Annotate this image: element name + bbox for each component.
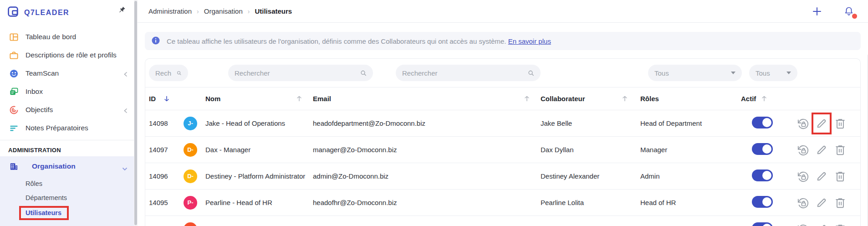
- sort-asc-icon[interactable]: [524, 96, 530, 102]
- sidebar-item-label: Notes Préparatoires: [26, 124, 88, 132]
- user-role: Head of HR: [638, 199, 741, 206]
- active-toggle[interactable]: [752, 196, 773, 208]
- breadcrumb-organisation[interactable]: Organisation: [204, 7, 243, 15]
- search-icon: [360, 70, 367, 77]
- edit-button[interactable]: [815, 223, 828, 226]
- sidebar-item-teamscan[interactable]: TeamScan: [0, 64, 138, 82]
- sort-asc-icon[interactable]: [622, 96, 628, 102]
- sidebar-item-tableau-de-bord[interactable]: Tableau de bord: [0, 28, 138, 46]
- sidebar-item-roles[interactable]: Rôles: [0, 176, 138, 190]
- pencil-icon: [815, 144, 828, 156]
- reset-password-button[interactable]: [797, 144, 809, 156]
- delete-button[interactable]: [834, 196, 847, 209]
- notifications-button[interactable]: [843, 6, 854, 17]
- table-row: 14098 J- Jake - Head of Operations heado…: [145, 110, 860, 136]
- sidebar-menu: Tableau de bord Descriptions de rôle et …: [0, 23, 138, 137]
- table-row: 14095P- Pearline - Head of HR headofhr@Z…: [145, 189, 860, 216]
- sort-asc-icon[interactable]: [296, 96, 302, 102]
- delete-button[interactable]: [834, 223, 847, 226]
- sidebar-section-administration: ADMINISTRATION: [0, 140, 138, 156]
- name-search-pill[interactable]: [228, 65, 373, 81]
- sidebar-item-notes-preparatoires[interactable]: Notes Préparatoires: [0, 119, 138, 137]
- sidebar-item-collaborateurs[interactable]: Collaborateurs: [0, 221, 138, 226]
- avatar: D-: [184, 143, 197, 157]
- trash-icon: [834, 117, 847, 130]
- chevron-left-icon: [124, 71, 128, 79]
- user-role: Admin: [638, 172, 741, 180]
- add-button[interactable]: [812, 7, 822, 16]
- sidebar-item-inbox[interactable]: Inbox: [0, 82, 138, 101]
- pencil-icon: [815, 170, 828, 183]
- edit-button[interactable]: [815, 170, 828, 183]
- breadcrumb-separator: ›: [248, 8, 250, 15]
- building-icon: [8, 162, 19, 171]
- sidebar-scrollbar-thumb[interactable]: [134, 1, 137, 225]
- sidebar-item-objectifs[interactable]: Objectifs: [0, 101, 138, 119]
- active-toggle[interactable]: [752, 222, 773, 226]
- user-email: admin@Zo-Dmoconn.biz: [313, 172, 541, 180]
- edit-button[interactable]: [815, 196, 828, 209]
- sort-desc-icon[interactable]: [164, 96, 169, 102]
- caret-down-icon: [731, 72, 735, 74]
- delete-button[interactable]: [834, 117, 847, 130]
- pin-sidebar-icon[interactable]: [118, 6, 126, 15]
- name-search-input[interactable]: [235, 69, 360, 77]
- reset-password-button[interactable]: [797, 223, 809, 226]
- sidebar-scrollbar[interactable]: [134, 0, 138, 226]
- column-header-roles[interactable]: Rôles: [638, 95, 741, 103]
- user-id: 14096: [149, 172, 175, 180]
- column-header-collaborateur[interactable]: Collaborateur: [541, 95, 638, 103]
- email-search-pill[interactable]: [396, 65, 541, 81]
- column-header-actif[interactable]: Actif: [741, 95, 786, 103]
- trash-icon: [834, 196, 847, 209]
- delete-button[interactable]: [834, 170, 847, 183]
- column-header-id[interactable]: ID: [149, 95, 204, 103]
- teamscan-icon: [8, 69, 19, 78]
- reset-password-icon: [797, 196, 809, 209]
- briefcase-icon: [8, 51, 19, 60]
- topbar-actions: [812, 6, 854, 17]
- breadcrumb-administration[interactable]: Administration: [148, 7, 192, 15]
- sidebar-item-departements[interactable]: Départements: [0, 190, 138, 205]
- reset-password-button[interactable]: [797, 196, 809, 209]
- sidebar-item-descriptions[interactable]: Descriptions de rôle et profils: [0, 46, 138, 64]
- search-icon: [177, 70, 182, 77]
- edit-button[interactable]: [815, 144, 828, 156]
- notes-lines-icon: [8, 123, 19, 133]
- reset-password-button[interactable]: [797, 117, 809, 130]
- delete-button[interactable]: [834, 144, 847, 156]
- id-search-input[interactable]: [155, 69, 174, 77]
- id-search-pill[interactable]: [149, 65, 188, 81]
- column-header-email[interactable]: Email: [313, 95, 541, 103]
- email-search-input[interactable]: [402, 69, 528, 77]
- roles-filter-dropdown[interactable]: Tous: [648, 65, 742, 81]
- active-filter-dropdown[interactable]: Tous: [749, 65, 797, 81]
- breadcrumb-utilisateurs: Utilisateurs: [255, 7, 292, 15]
- pencil-icon: [815, 223, 828, 226]
- sidebar-item-organisation[interactable]: Organisation: [0, 156, 138, 176]
- target-icon: [8, 105, 19, 115]
- active-toggle[interactable]: [752, 143, 773, 155]
- user-role: Manager: [638, 146, 741, 154]
- user-email: headofdepartment@Zo-Dmoconn.biz: [313, 119, 541, 127]
- table-row: [145, 216, 860, 226]
- active-toggle[interactable]: [752, 170, 773, 181]
- logo[interactable]: Q7LEADER: [0, 0, 138, 23]
- main-content: Administration › Organisation › Utilisat…: [138, 0, 868, 226]
- edit-button[interactable]: [815, 117, 828, 130]
- table-row: 14096D- Destiney - Platform Administrato…: [145, 163, 860, 189]
- sidebar-item-label: Organisation: [32, 162, 76, 170]
- banner-text: Ce tableau affiche les utilisateurs de l…: [167, 37, 551, 45]
- trash-icon: [834, 223, 847, 226]
- learn-more-link[interactable]: En savoir plus: [508, 37, 551, 45]
- user-name: Dax - Manager: [204, 146, 313, 154]
- user-role: Head of Department: [638, 119, 741, 127]
- reset-password-icon: [797, 144, 809, 156]
- reset-password-button[interactable]: [797, 170, 809, 183]
- active-toggle[interactable]: [752, 117, 773, 128]
- pencil-icon: [815, 117, 828, 130]
- sort-asc-icon[interactable]: [761, 96, 767, 102]
- column-header-nom[interactable]: Nom: [204, 95, 313, 103]
- sidebar-item-utilisateurs[interactable]: Utilisateurs: [0, 205, 138, 221]
- caret-down-icon: [786, 72, 791, 74]
